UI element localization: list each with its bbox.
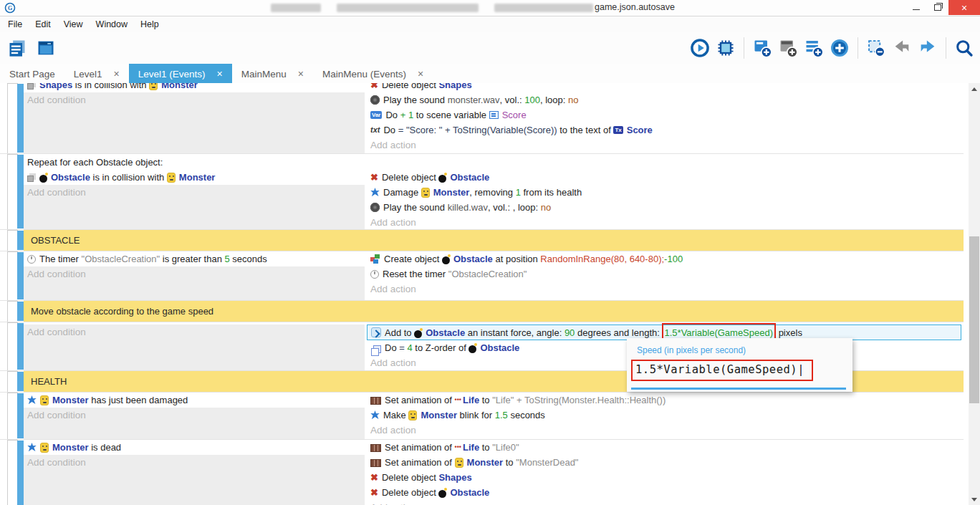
add-condition-button[interactable]: Add condition xyxy=(24,455,365,470)
action-row[interactable]: Play the sound killed.wav, vol.: , loop:… xyxy=(367,200,964,215)
action-row[interactable]: Damage Monster, removing 1 from its heal… xyxy=(367,185,964,200)
search-button[interactable] xyxy=(953,37,976,59)
tab-level1[interactable]: Level1× xyxy=(64,64,129,84)
expression-editor-label: Speed (in pixels per second) xyxy=(637,345,746,355)
expression-editor-popup: Speed (in pixels per second) 1.5*Variabl… xyxy=(627,338,852,392)
clear-selection-button[interactable] xyxy=(865,37,888,59)
conditions-column: The timer "ObstacleCreation" is greater … xyxy=(24,251,365,300)
tab-mainmenu-events[interactable]: MainMenu (Events)× xyxy=(313,64,433,84)
action-row[interactable]: Reset the timer "ObstacleCreation" xyxy=(367,266,964,282)
action-row[interactable]: Set animation of •••Life to "Life0" xyxy=(367,440,964,455)
debugger-button[interactable] xyxy=(714,37,737,59)
scroll-down-arrow-icon[interactable] xyxy=(969,494,980,505)
scroll-up-arrow-icon[interactable] xyxy=(969,83,980,95)
action-row[interactable]: txtDo = "Score: " + ToString(Variable(Sc… xyxy=(367,122,964,138)
bomb-icon xyxy=(438,175,446,183)
toolbar-separator xyxy=(858,37,858,59)
monster-icon xyxy=(40,395,49,405)
menu-file[interactable]: File xyxy=(1,19,29,29)
annotation-red-box: 1.5*Variable(GameSpeed)| xyxy=(631,360,813,381)
action-row[interactable]: Set animation of •••Life to "Life" + ToS… xyxy=(367,393,964,408)
monster-icon xyxy=(167,173,176,183)
delete-icon: ✖ xyxy=(370,473,378,482)
tab-close-icon[interactable]: × xyxy=(418,69,423,79)
add-event-button[interactable] xyxy=(751,37,774,59)
scene-editor-button[interactable] xyxy=(34,37,57,59)
redo-button[interactable] xyxy=(916,37,939,59)
close-button[interactable]: × xyxy=(948,0,980,15)
action-row[interactable]: Create object Obstacle at position Rando… xyxy=(367,251,964,266)
scenevar-icon xyxy=(489,111,499,119)
bomb-icon xyxy=(442,256,450,264)
conditions-column: Shapes is in collision with MonsterAdd c… xyxy=(24,83,365,153)
lifedots-icon: ••• xyxy=(455,444,461,451)
actions-column: Set animation of •••Life to "Life" + ToS… xyxy=(365,393,964,439)
window-title: game.json.autosave xyxy=(595,2,675,12)
redacted-title-segment xyxy=(271,4,321,12)
add-condition-button[interactable]: Add condition xyxy=(24,408,365,423)
bomb-icon xyxy=(39,175,47,183)
add-condition-button[interactable]: Add condition xyxy=(24,185,365,200)
add-subevent-button[interactable] xyxy=(777,37,799,59)
toolbar-right-group xyxy=(688,32,976,64)
action-row[interactable]: ✖Delete object Shapes xyxy=(367,470,964,485)
add-action-button[interactable]: Add action xyxy=(367,500,964,505)
scrollbar-thumb[interactable] xyxy=(969,236,979,403)
expression-input[interactable]: 1.5*Variable(GameSpeed)| xyxy=(635,363,804,376)
events-sheet: Shapes is in collision with MonsterAdd c… xyxy=(0,83,969,505)
comment-row[interactable]: Move obstacle according to the game spee… xyxy=(0,300,964,322)
create-icon xyxy=(370,254,380,264)
add-comment-button[interactable] xyxy=(802,37,825,59)
event-block: Monster has just been damagedAdd conditi… xyxy=(0,392,964,439)
action-row[interactable]: Play the sound monster.wav, vol.: 100, l… xyxy=(367,92,964,107)
event-block: The timer "ObstacleCreation" is greater … xyxy=(0,251,964,300)
condition-row[interactable]: Shapes is in collision with Monster xyxy=(24,83,365,92)
add-action-button[interactable]: Add action xyxy=(367,138,964,153)
tab-close-icon[interactable]: × xyxy=(298,69,304,79)
sound-icon xyxy=(370,95,380,105)
action-row[interactable]: Make Monster blink for 1.5 seconds xyxy=(367,408,964,423)
toolbar-separator xyxy=(744,37,744,59)
preview-button[interactable] xyxy=(688,37,711,59)
condition-row[interactable]: Monster has just been damaged xyxy=(24,393,365,408)
add-condition-button[interactable]: Add condition xyxy=(24,324,365,340)
menu-window[interactable]: Window xyxy=(90,19,134,29)
input-underline xyxy=(631,388,846,390)
tab-close-icon[interactable]: × xyxy=(114,69,120,79)
action-row[interactable]: VarDo + 1 to scene variable Score xyxy=(367,107,964,122)
conditions-column: Monster is deadAdd condition xyxy=(24,440,365,505)
project-manager-button[interactable] xyxy=(6,37,29,59)
menu-view[interactable]: View xyxy=(57,19,90,29)
action-row[interactable]: ✖Delete object Obstacle xyxy=(367,485,964,500)
group-header-obstacle[interactable]: OBSTACLE xyxy=(0,229,964,251)
add-event-other-button[interactable] xyxy=(828,37,851,59)
add-condition-button[interactable]: Add condition xyxy=(24,92,365,107)
tab-label: Level1 (Events) xyxy=(138,69,206,80)
undo-button[interactable] xyxy=(890,37,913,59)
tab-close-icon[interactable]: × xyxy=(217,69,223,79)
action-row[interactable]: ✖Delete object Obstacle xyxy=(367,170,964,185)
tab-start-page[interactable]: Start Page xyxy=(0,64,64,84)
action-row[interactable]: ✖Delete object Shapes xyxy=(367,83,964,92)
tab-level1-events[interactable]: Level1 (Events)× xyxy=(129,64,232,84)
action-row[interactable]: Set animation of Monster to "MonsterDead… xyxy=(367,455,964,470)
maximize-restore-button[interactable] xyxy=(927,0,948,15)
condition-row[interactable]: Monster is dead xyxy=(24,440,365,455)
add-action-button[interactable]: Add action xyxy=(367,215,964,229)
tab-mainmenu[interactable]: MainMenu× xyxy=(232,64,313,84)
minimize-button[interactable] xyxy=(905,0,927,15)
toolbar-left-group xyxy=(0,37,57,59)
vertical-scrollbar[interactable] xyxy=(969,83,980,505)
add-condition-button[interactable]: Add condition xyxy=(24,266,365,282)
add-action-button[interactable]: Add action xyxy=(367,423,964,438)
text-cursor: | xyxy=(797,363,804,376)
menu-edit[interactable]: Edit xyxy=(29,19,57,29)
add-action-button[interactable]: Add action xyxy=(367,282,964,297)
burst-icon xyxy=(27,395,37,405)
repeat-event-header: Repeat for each Obstacle object: xyxy=(24,154,964,170)
condition-row[interactable]: The timer "ObstacleCreation" is greater … xyxy=(24,251,365,266)
bomb-icon xyxy=(469,345,476,353)
toolbar-separator xyxy=(946,37,946,59)
condition-row[interactable]: Obstacle is in collision with Monster xyxy=(24,170,365,185)
menu-help[interactable]: Help xyxy=(134,19,165,29)
